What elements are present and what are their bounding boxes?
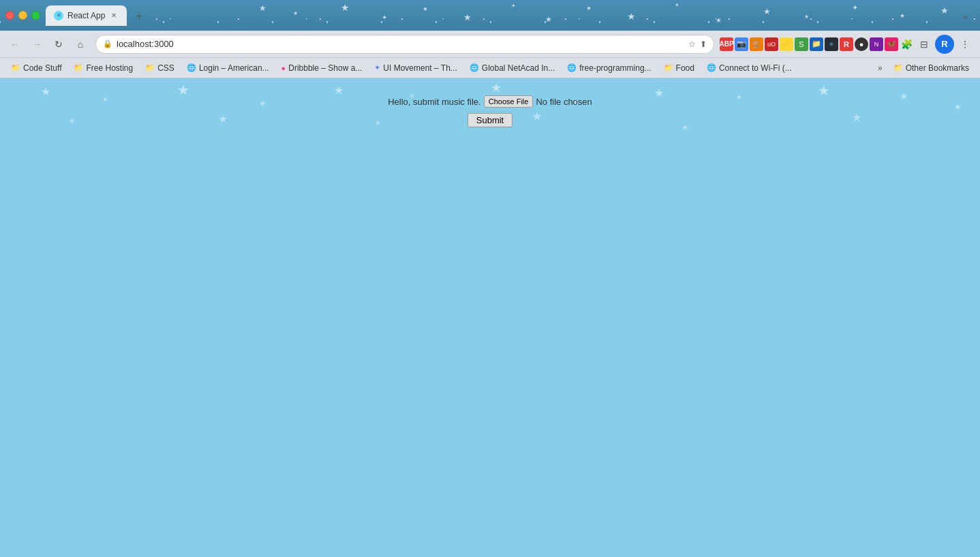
bookmark-free-hosting[interactable]: 📁 Free Hosting [68,61,138,75]
share-icon[interactable]: ⬆ [700,39,707,49]
lock-icon: 🔒 [103,39,112,48]
folder-icon: 📁 [74,63,83,72]
bookmark-label: Dribbble – Show a... [288,63,362,73]
globe-icon: 🌐 [707,63,716,72]
choose-file-button[interactable]: Choose File [484,95,534,108]
ui-movement-icon: ✦ [374,63,380,72]
new-tab-button[interactable]: + [129,7,149,26]
form-label: Hello, submit music file. [388,97,481,107]
forward-button[interactable]: → [27,35,46,54]
bookmarks-more-button[interactable]: » [874,61,887,75]
bookmarks-bar: 📁 Code Stuff 📁 Free Hosting 📁 CSS 🌐 Logi… [0,58,980,78]
bookmark-connect-wifi[interactable]: 🌐 Connect to Wi-Fi (... [701,61,797,75]
ublock-icon[interactable]: uO [765,37,778,51]
folder-icon: 📁 [893,63,903,72]
globe-icon: 🌐 [470,63,479,72]
green-ext-icon[interactable]: S [795,37,808,51]
bookmark-free-programming[interactable]: 🌐 free-programming... [562,61,656,75]
traffic-lights [5,11,40,20]
bookmark-label: CSS [157,63,174,73]
address-bar[interactable]: 🔒 localhost:3000 ☆ ⬆ [95,35,714,54]
navigation-bar: ← → ↻ ⌂ 🔒 localhost:3000 ☆ ⬆ ABP 📷 🐒 uO … [0,31,980,58]
folder-icon[interactable]: 📁 [810,37,823,51]
file-upload-row: Hello, submit music file. Choose File No… [388,95,592,108]
lightning-icon[interactable]: ⚡ [780,37,793,51]
folder-icon: 📁 [11,63,20,72]
extensions-area: ABP 📷 🐒 uO ⚡ S 📁 ⚛ R ● N 🦋 🧩 ⊟ R ⋮ [720,35,975,54]
globe-icon: 🌐 [567,63,577,72]
bookmark-label: Free Hosting [86,63,133,73]
page-body: Hello, submit music file. Choose File No… [0,78,980,141]
bookmark-label: Other Bookmarks [906,63,969,73]
page-content: ★ ★ ★ ★ ★ ★ ★ ★ ★ ★ ★ ★ ★ ★ ★ ★ ★ ★ ★ He… [0,78,980,557]
tab-menu-button[interactable]: ⌄ [955,6,975,25]
adblock-icon[interactable]: ABP [720,37,733,51]
bookmark-label: Food [676,63,694,73]
address-text: localhost:3000 [117,39,684,49]
bookmark-label: free-programming... [579,63,651,73]
bookmark-label: UI Movement – Th... [383,63,457,73]
bookmark-dribbble[interactable]: ● Dribbble – Show a... [276,61,368,75]
tab-react-app[interactable]: ⚛ React App ✕ [46,5,127,26]
butterfly-icon[interactable]: 🦋 [885,37,898,51]
onenote-icon[interactable]: N [870,37,883,51]
github-icon[interactable]: ● [855,37,868,51]
tab-close-button[interactable]: ✕ [109,11,119,20]
tab-title: React App [67,11,105,20]
sidebar-toggle-button[interactable]: ⊟ [915,35,934,54]
submit-button[interactable]: Submit [468,113,512,127]
folder-icon: 📁 [145,63,155,72]
back-button[interactable]: ← [5,35,25,54]
bookmark-star-icon[interactable]: ☆ [688,39,696,49]
profile-avatar[interactable]: R [935,35,954,54]
camera-icon[interactable]: 📷 [735,37,748,51]
globe-icon: 🌐 [187,63,196,72]
bookmark-label: Code Stuff [23,63,61,73]
folder-icon: 📁 [664,63,673,72]
bookmark-global-netacad[interactable]: 🌐 Global NetAcad In... [464,61,560,75]
tampermonkey-icon[interactable]: 🐒 [750,37,763,51]
readwise-icon[interactable]: R [840,37,853,51]
bookmark-label: Global NetAcad In... [482,63,555,73]
bookmark-ui-movement[interactable]: ✦ UI Movement – Th... [369,61,463,75]
maximize-button[interactable] [31,11,40,20]
bookmark-food[interactable]: 📁 Food [658,61,700,75]
bookmark-code-stuff[interactable]: 📁 Code Stuff [5,61,67,75]
bookmark-other[interactable]: 📁 Other Bookmarks [888,61,975,75]
close-button[interactable] [5,11,14,20]
extensions-puzzle-icon[interactable]: 🧩 [900,37,913,51]
refresh-button[interactable]: ↻ [49,35,68,54]
react-ext-icon[interactable]: ⚛ [825,37,838,51]
no-file-label: No file chosen [536,97,592,107]
bookmark-label: Login – American... [199,63,269,73]
tab-bar: ⚛ React App ✕ + [46,5,149,26]
tab-favicon: ⚛ [54,11,63,20]
bookmark-login-american[interactable]: 🌐 Login – American... [181,61,275,75]
home-button[interactable]: ⌂ [71,35,90,54]
minimize-button[interactable] [18,11,27,20]
page-background-stars: ★ ★ ★ ★ ★ ★ ★ ★ ★ ★ ★ ★ ★ ★ ★ ★ ★ ★ ★ [0,78,980,557]
bookmark-label: Connect to Wi-Fi (... [719,63,792,73]
bookmark-css[interactable]: 📁 CSS [140,61,180,75]
form-area: Hello, submit music file. Choose File No… [14,92,966,127]
dribbble-icon: ● [281,64,286,72]
browser-menu-button[interactable]: ⋮ [955,35,975,54]
